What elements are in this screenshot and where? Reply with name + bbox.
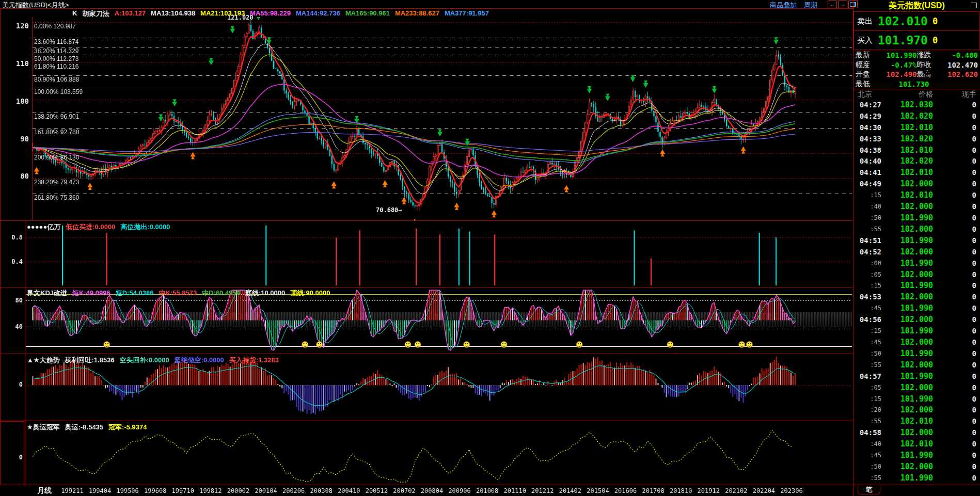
tick-price: 101.990 bbox=[881, 372, 933, 381]
tick-time: :15 bbox=[853, 191, 881, 199]
title-bar: 美元指数(USD)<月线> 商品叠加 周期 ← → bbox=[0, 0, 853, 8]
tick-price: 102.010 bbox=[881, 417, 933, 426]
stat-row: 最新101.990涨跌-0.480 bbox=[856, 51, 978, 60]
stat-value: -0.47% bbox=[880, 61, 917, 69]
next-arrow-icon[interactable]: → bbox=[838, 1, 847, 8]
tick-row[interactable]: :45101.9900 bbox=[853, 302, 980, 314]
tick-time: 04:33 bbox=[853, 135, 881, 143]
tick-price: 102.000 bbox=[881, 247, 933, 257]
tick-row[interactable]: :55102.0000 bbox=[853, 223, 980, 235]
tick-price: 102.000 bbox=[881, 338, 933, 347]
indicator-value: 中D:60.4959 bbox=[202, 289, 240, 298]
tick-row[interactable]: 04:27102.0300 bbox=[853, 99, 980, 110]
tick-row[interactable]: 04:52102.0000 bbox=[853, 246, 980, 258]
x-axis-tick: 200104 bbox=[255, 487, 277, 494]
tick-time: :00 bbox=[853, 260, 881, 267]
tick-time: :55 bbox=[853, 418, 881, 425]
tick-time: :50 bbox=[853, 350, 881, 357]
stat-value: 101.730 bbox=[880, 80, 929, 88]
restore-window-icon[interactable] bbox=[971, 3, 977, 8]
x-axis-tick: 199812 bbox=[199, 487, 222, 494]
tick-price: 102.010 bbox=[881, 168, 933, 177]
tick-row[interactable]: 04:41102.0100 bbox=[853, 167, 980, 178]
tick-row[interactable]: :05102.0000 bbox=[853, 382, 980, 393]
tick-volume: 0 bbox=[933, 361, 980, 369]
tick-volume: 0 bbox=[933, 440, 980, 448]
period-tab[interactable]: 月线 bbox=[37, 486, 52, 495]
trend-panel-header: ▲★大趋势获利回吐:1.8536空头回补:0.0000坚绝做空:0.0000买入… bbox=[27, 356, 284, 365]
tick-row[interactable]: :55102.0100 bbox=[853, 415, 980, 427]
x-axis-tick: 201008 bbox=[476, 487, 498, 494]
sell-quote-row[interactable]: 卖出 102.010 0 bbox=[853, 11, 980, 31]
tick-row[interactable]: 04:38102.0100 bbox=[853, 145, 980, 156]
tick-row[interactable]: 04:33102.0200 bbox=[853, 133, 980, 145]
tick-price: 101.990 bbox=[881, 326, 933, 335]
price-axis-tick: 80 bbox=[0, 172, 29, 180]
tick-volume: 0 bbox=[933, 395, 980, 403]
tick-row[interactable]: :55101.9900 bbox=[853, 472, 980, 484]
stat-label: 最新 bbox=[856, 51, 880, 60]
fib-level-label: 23.60% 116.874 bbox=[34, 38, 79, 45]
tick-volume: 0 bbox=[933, 315, 980, 324]
tick-time: 04:38 bbox=[853, 146, 881, 154]
tick-time: 04:52 bbox=[853, 248, 881, 256]
tick-time: 04:29 bbox=[853, 112, 881, 120]
tick-row[interactable]: 04:49102.0000 bbox=[853, 178, 980, 189]
tick-volume: 0 bbox=[933, 327, 980, 335]
tick-row[interactable]: :15101.9900 bbox=[853, 325, 980, 337]
stat-value: 102.470 bbox=[942, 61, 978, 69]
tick-time: :05 bbox=[853, 271, 881, 278]
tick-row[interactable]: :45102.0000 bbox=[853, 337, 980, 348]
x-axis-tick: 200512 bbox=[366, 487, 388, 494]
tick-volume: 0 bbox=[933, 214, 980, 222]
indicator-value: MA144:92.736 bbox=[296, 9, 340, 17]
tab-tick-detail[interactable]: 笔 bbox=[858, 486, 880, 494]
price-axis-tick: 110 bbox=[0, 59, 29, 68]
olympic-panel-gutter-frame bbox=[0, 421, 24, 485]
tick-volume: 0 bbox=[933, 406, 980, 414]
tick-row[interactable]: :15102.0100 bbox=[853, 189, 980, 201]
tick-volume: 0 bbox=[933, 202, 980, 211]
x-axis-tick: 201708 bbox=[642, 487, 664, 494]
tick-price: 102.000 bbox=[881, 462, 933, 471]
prev-arrow-icon[interactable]: ← bbox=[828, 1, 837, 8]
tick-row[interactable]: :50101.9900 bbox=[853, 348, 980, 359]
tick-row[interactable]: 04:51101.9900 bbox=[853, 235, 980, 246]
main-price-chart[interactable] bbox=[0, 17, 853, 220]
tick-row[interactable]: :05102.0000 bbox=[853, 269, 980, 280]
tick-row[interactable]: :00101.9900 bbox=[853, 258, 980, 269]
indicator-value: MA165:90.961 bbox=[345, 9, 390, 17]
tick-row[interactable]: 04:40102.0200 bbox=[853, 156, 980, 167]
tick-row[interactable]: :40102.0100 bbox=[853, 438, 980, 450]
tick-row[interactable]: 04:56102.0000 bbox=[853, 314, 980, 325]
tick-row[interactable]: :45101.9900 bbox=[853, 450, 980, 461]
stat-value: 102.490 bbox=[880, 70, 917, 78]
x-axis-tick: 200308 bbox=[310, 487, 333, 494]
indicator-value: 高位抛出:0.0000 bbox=[120, 222, 170, 232]
tick-row[interactable]: 04:30102.0100 bbox=[853, 122, 980, 133]
buy-quote-row[interactable]: 买入 101.970 0 bbox=[853, 30, 980, 50]
tick-price: 102.010 bbox=[881, 190, 933, 200]
buy-label: 买入 bbox=[857, 36, 873, 45]
tick-row[interactable]: :40102.0000 bbox=[853, 201, 980, 212]
tick-row[interactable]: 04:53102.0000 bbox=[853, 291, 980, 302]
stat-row: 最低101.730 bbox=[856, 79, 978, 89]
tick-row[interactable]: 04:29102.0200 bbox=[853, 110, 980, 122]
tick-price: 101.990 bbox=[881, 394, 933, 404]
col-time: 北京 bbox=[858, 90, 872, 99]
tick-list: 04:27102.030004:29102.020004:30102.01000… bbox=[853, 99, 980, 484]
tick-time: :05 bbox=[853, 384, 881, 391]
tick-row[interactable]: :50102.0000 bbox=[853, 461, 980, 472]
tick-row[interactable]: 04:57101.9900 bbox=[853, 371, 980, 382]
tick-time: :40 bbox=[853, 203, 881, 210]
tick-row[interactable]: :55102.0000 bbox=[853, 359, 980, 371]
tick-time: :15 bbox=[853, 327, 881, 334]
x-axis-bar: 月线 1992111994041995061996081997101998122… bbox=[0, 485, 853, 496]
tick-row[interactable]: :20102.0000 bbox=[853, 404, 980, 415]
tick-row[interactable]: :50101.9900 bbox=[853, 212, 980, 223]
tick-row[interactable]: :15101.9900 bbox=[853, 280, 980, 292]
tick-row[interactable]: 04:58102.0000 bbox=[853, 427, 980, 438]
tick-row[interactable]: :15101.9900 bbox=[853, 393, 980, 405]
fib-level-label: 138.20% 96.901 bbox=[34, 113, 79, 120]
x-axis-tick: 202204 bbox=[753, 487, 775, 494]
